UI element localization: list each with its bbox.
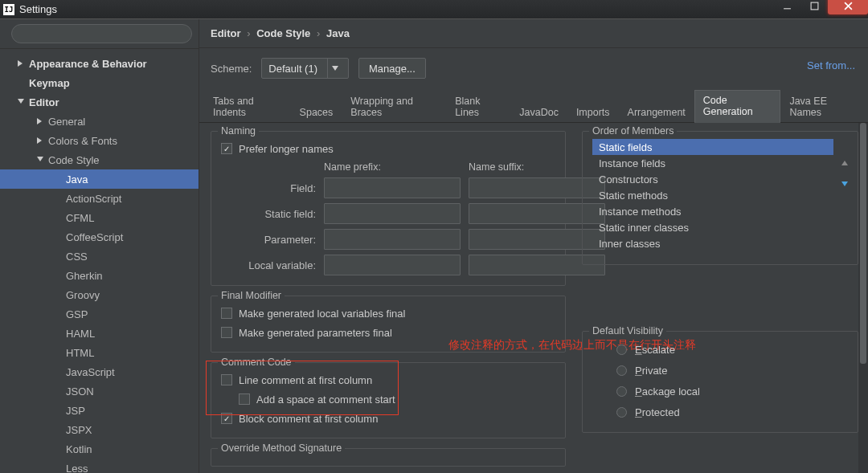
field-prefix-input[interactable] bbox=[324, 177, 461, 198]
settings-tree: Appearance & Behavior Keymap Editor Gene… bbox=[0, 49, 199, 473]
visibility-radio-protected[interactable]: Protected bbox=[592, 402, 848, 422]
add-space-comment-start-checkbox[interactable]: Add a space at comment start bbox=[221, 389, 555, 409]
tree-lang-java[interactable]: Java bbox=[0, 169, 199, 189]
set-from-link[interactable]: Set from... bbox=[807, 59, 855, 71]
checkbox-label: Make generated local variables final bbox=[239, 308, 405, 320]
order-item[interactable]: Static fields bbox=[592, 139, 833, 155]
tab-spaces[interactable]: Spaces bbox=[291, 102, 342, 123]
window-title: Settings bbox=[19, 3, 57, 15]
tree-lang-cfml[interactable]: CFML bbox=[0, 208, 199, 227]
order-of-members-group: Order of Members Static fieldsInstance f… bbox=[582, 131, 858, 265]
radio-label: Private bbox=[635, 365, 667, 377]
tab-imports[interactable]: Imports bbox=[567, 102, 619, 123]
tree-colors-fonts[interactable]: Colors & Fonts bbox=[0, 131, 199, 150]
tree-lang-coffeescript[interactable]: CoffeeScript bbox=[0, 227, 199, 247]
tree-label: JSON bbox=[66, 385, 94, 398]
tree-label: General bbox=[48, 116, 85, 128]
tab-wrapping-and-braces[interactable]: Wrapping and Braces bbox=[342, 91, 446, 123]
order-item[interactable]: Instance methods bbox=[592, 203, 833, 219]
tree-label: CSS bbox=[66, 251, 88, 263]
radio-icon bbox=[616, 345, 627, 355]
checkbox-label: Add a space at comment start bbox=[256, 393, 395, 406]
tab-code-generation[interactable]: Code Generation bbox=[694, 90, 781, 123]
tree-lang-kotlin[interactable]: Kotlin bbox=[0, 439, 199, 459]
radio-icon bbox=[616, 386, 627, 397]
make-parameters-final-checkbox[interactable]: Make generated parameters final bbox=[221, 323, 555, 342]
line-comment-first-column-checkbox[interactable]: Line comment at first column bbox=[221, 370, 555, 389]
tree-label: Keymap bbox=[29, 77, 70, 89]
tree-keymap[interactable]: Keymap bbox=[0, 73, 199, 92]
checkbox-icon bbox=[221, 308, 232, 319]
static-field-prefix-input[interactable] bbox=[324, 203, 461, 224]
breadcrumb-part: Code Style bbox=[256, 27, 310, 39]
tree-lang-javascript[interactable]: JavaScript bbox=[0, 362, 199, 381]
tree-lang-gsp[interactable]: GSP bbox=[0, 304, 199, 324]
checkbox-icon bbox=[221, 413, 232, 424]
tree-label: Groovy bbox=[66, 289, 100, 301]
window-minimize-button[interactable] bbox=[773, 0, 800, 14]
visibility-radio-escalate[interactable]: Escalate bbox=[592, 339, 848, 360]
window-titlebar: IJ Settings bbox=[0, 0, 868, 19]
tree-appearance-behavior[interactable]: Appearance & Behavior bbox=[0, 54, 199, 73]
tree-lang-less[interactable]: Less bbox=[0, 459, 199, 473]
scheme-select[interactable]: Default (1) bbox=[261, 58, 349, 79]
local-variable-prefix-input[interactable] bbox=[324, 255, 461, 275]
tree-lang-haml[interactable]: HAML bbox=[0, 324, 199, 343]
tree-editor[interactable]: Editor bbox=[0, 92, 199, 112]
svg-rect-1 bbox=[811, 2, 818, 10]
tab-javadoc[interactable]: JavaDoc bbox=[510, 102, 567, 123]
svg-marker-7 bbox=[18, 99, 24, 104]
order-item[interactable]: Instance fields bbox=[592, 155, 833, 171]
comment-code-group: Comment Code Line comment at first colum… bbox=[211, 362, 566, 438]
tree-lang-actionscript[interactable]: ActionScript bbox=[0, 189, 199, 208]
checkbox-icon bbox=[239, 393, 250, 405]
prefer-longer-names-checkbox[interactable]: Prefer longer names bbox=[221, 139, 555, 158]
visibility-radio-package-local[interactable]: Package local bbox=[592, 381, 848, 402]
tree-lang-json[interactable]: JSON bbox=[0, 381, 199, 401]
row-label-local-variable: Local variable: bbox=[221, 259, 316, 271]
tree-lang-jspx[interactable]: JSPX bbox=[0, 420, 199, 439]
scheme-label: Scheme: bbox=[211, 63, 252, 75]
order-item[interactable]: Static inner classes bbox=[592, 219, 833, 235]
tree-lang-groovy[interactable]: Groovy bbox=[0, 285, 199, 304]
move-up-button[interactable] bbox=[837, 156, 853, 172]
order-item[interactable]: Inner classes bbox=[592, 235, 833, 251]
tree-lang-html[interactable]: HTML bbox=[0, 343, 199, 362]
block-comment-first-column-checkbox[interactable]: Block comment at first column bbox=[221, 409, 555, 428]
row-label-static-field: Static field: bbox=[221, 208, 316, 220]
tree-label: Appearance & Behavior bbox=[29, 58, 147, 70]
tree-lang-gherkin[interactable]: Gherkin bbox=[0, 266, 199, 285]
radio-icon bbox=[616, 407, 627, 418]
manage-button[interactable]: Manage... bbox=[358, 58, 426, 79]
window-close-button[interactable] bbox=[828, 0, 868, 14]
column-header-prefix: Name prefix: bbox=[324, 161, 461, 173]
panel-scrollbar[interactable] bbox=[858, 123, 868, 473]
settings-search-input[interactable] bbox=[11, 24, 192, 43]
tab-blank-lines[interactable]: Blank Lines bbox=[446, 91, 510, 123]
visibility-radio-private[interactable]: Private bbox=[592, 360, 848, 381]
parameter-prefix-input[interactable] bbox=[324, 229, 461, 250]
tree-lang-css[interactable]: CSS bbox=[0, 247, 199, 266]
tree-code-style[interactable]: Code Style bbox=[0, 150, 199, 169]
scrollbar-thumb[interactable] bbox=[860, 123, 866, 364]
tree-lang-jsp[interactable]: JSP bbox=[0, 401, 199, 420]
order-item[interactable]: Static methods bbox=[592, 187, 833, 203]
row-label-field: Field: bbox=[221, 182, 316, 194]
settings-main: Editor › Code Style › Java Scheme: Defau… bbox=[199, 19, 868, 473]
order-item[interactable]: Constructors bbox=[592, 171, 833, 187]
tree-label: Editor bbox=[29, 96, 59, 108]
tab-java-ee-names[interactable]: Java EE Names bbox=[780, 91, 863, 123]
settings-sidebar: Appearance & Behavior Keymap Editor Gene… bbox=[0, 19, 199, 473]
radio-label: Protected bbox=[635, 406, 680, 418]
tab-arrangement[interactable]: Arrangement bbox=[619, 102, 694, 123]
window-maximize-button[interactable] bbox=[800, 0, 828, 14]
tree-general[interactable]: General bbox=[0, 112, 199, 131]
make-local-vars-final-checkbox[interactable]: Make generated local variables final bbox=[221, 304, 555, 323]
default-visibility-group: Default Visibility EscalatePrivatePackag… bbox=[582, 331, 858, 433]
tree-label: HTML bbox=[66, 347, 94, 359]
tab-tabs-and-indents[interactable]: Tabs and Indents bbox=[204, 91, 291, 123]
move-down-button[interactable] bbox=[837, 175, 853, 191]
breadcrumb: Editor › Code Style › Java bbox=[199, 19, 868, 48]
tree-label: Gherkin bbox=[66, 270, 103, 282]
breadcrumb-sep: › bbox=[247, 27, 250, 39]
